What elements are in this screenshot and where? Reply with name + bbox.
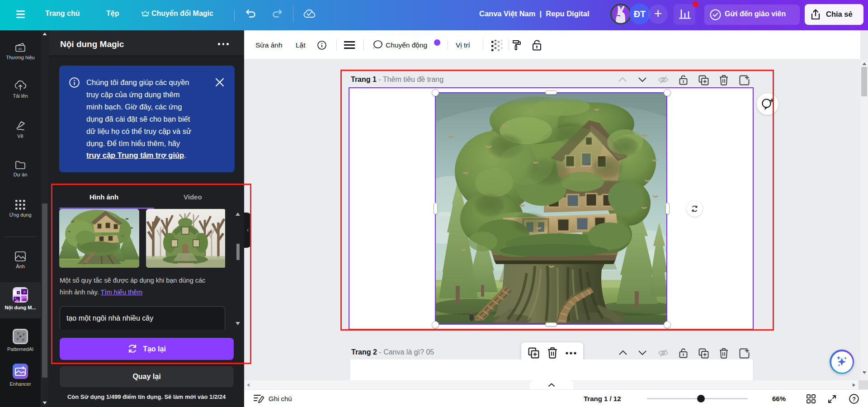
svg-text:p: p (22, 337, 24, 341)
svg-text:p: p (23, 332, 25, 336)
svg-text:?: ? (852, 396, 856, 402)
svg-text:p: p (17, 331, 19, 335)
svg-text:co.: co. (19, 47, 23, 50)
svg-text:p: p (17, 336, 19, 341)
